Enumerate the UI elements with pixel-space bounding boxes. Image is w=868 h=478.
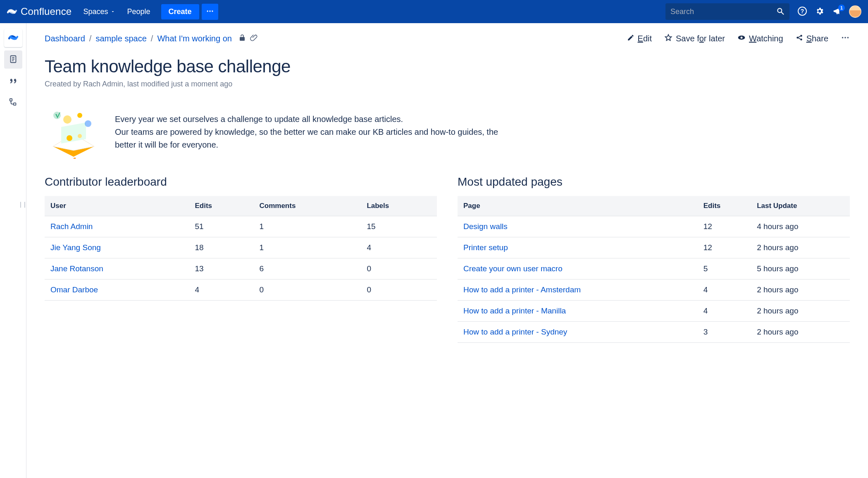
updated-pages-table: Page Edits Last Update Design walls124 h… xyxy=(458,196,850,343)
user-link[interactable]: Omar Darboe xyxy=(50,285,98,294)
svg-point-25 xyxy=(77,113,82,118)
col-edits: Edits xyxy=(698,196,751,216)
create-more-button[interactable] xyxy=(202,4,218,20)
intro-text: Every year we set ourselves a challenge … xyxy=(115,113,508,151)
cell-labels: 15 xyxy=(361,216,437,237)
page-link[interactable]: Design walls xyxy=(463,222,508,231)
cell-edits: 13 xyxy=(189,258,254,280)
sidebar-collapse-handle[interactable]: ❘❘ xyxy=(18,201,26,208)
page-link[interactable]: How to add a printer - Amsterdam xyxy=(463,285,581,294)
space-shortcut[interactable] xyxy=(4,29,22,47)
user-link[interactable]: Jane Rotanson xyxy=(50,264,103,273)
share-icon xyxy=(796,34,803,43)
col-comments: Comments xyxy=(254,196,361,216)
cell-edits: 5 xyxy=(698,258,751,280)
quote-icon xyxy=(9,76,18,86)
search-input[interactable] xyxy=(670,7,776,16)
page-link[interactable]: How to add a printer - Manilla xyxy=(463,306,566,315)
notification-badge: 1 xyxy=(838,5,845,11)
cell-edits: 4 xyxy=(698,280,751,301)
page-icon xyxy=(9,55,18,65)
save-for-later-button[interactable]: Save for later xyxy=(664,33,725,44)
cell-last-update: 2 hours ago xyxy=(751,237,850,258)
svg-point-22 xyxy=(847,37,849,38)
gear-icon xyxy=(815,7,824,17)
svg-point-1 xyxy=(209,10,210,12)
cell-labels: 0 xyxy=(361,258,437,280)
cell-labels: 4 xyxy=(361,237,437,258)
cell-edits: 4 xyxy=(698,301,751,322)
page-actions: Edit Save for later Watching xyxy=(627,33,850,44)
page-link[interactable]: How to add a printer - Sydney xyxy=(463,327,567,336)
nav-people[interactable]: People xyxy=(122,4,155,19)
notifications-button[interactable]: 1 xyxy=(832,6,842,17)
user-link[interactable]: Jie Yang Song xyxy=(50,243,101,252)
updated-pages-section: Most updated pages Page Edits Last Updat… xyxy=(458,175,850,343)
nav-spaces-label: Spaces xyxy=(83,7,108,16)
svg-point-14 xyxy=(740,37,742,39)
col-edits: Edits xyxy=(189,196,254,216)
intro-illustration xyxy=(45,105,103,159)
share-label: Share xyxy=(806,34,828,43)
restrictions-icon[interactable] xyxy=(238,34,246,43)
breadcrumb-space[interactable]: sample space xyxy=(95,34,146,43)
svg-point-16 xyxy=(800,35,802,37)
table-row: Rach Admin51115 xyxy=(45,216,437,237)
search-icon xyxy=(776,7,785,17)
user-link[interactable]: Rach Admin xyxy=(50,222,93,231)
svg-rect-12 xyxy=(13,103,15,105)
nav-spaces[interactable]: Spaces xyxy=(78,4,120,19)
col-labels: Labels xyxy=(361,196,437,216)
eye-filled-icon xyxy=(737,33,746,44)
user-avatar[interactable] xyxy=(849,5,861,18)
settings-button[interactable] xyxy=(814,6,825,17)
create-button[interactable]: Create xyxy=(161,4,199,19)
cell-comments: 1 xyxy=(254,237,361,258)
cell-comments: 6 xyxy=(254,258,361,280)
col-user: User xyxy=(45,196,189,216)
watching-button[interactable]: Watching xyxy=(737,33,783,44)
breadcrumb-dashboard[interactable]: Dashboard xyxy=(45,34,85,43)
product-logo[interactable]: Confluence xyxy=(7,6,72,17)
main-content: Dashboard / sample space / What I'm work… xyxy=(26,23,868,478)
cell-last-update: 2 hours ago xyxy=(751,301,850,322)
cell-edits: 4 xyxy=(189,280,254,301)
nav-people-label: People xyxy=(127,7,150,16)
cell-comments: 0 xyxy=(254,280,361,301)
help-button[interactable]: ? xyxy=(797,6,808,17)
breadcrumb-separator: / xyxy=(151,34,153,43)
breadcrumb-parent[interactable]: What I'm working on xyxy=(157,34,232,43)
top-navigation: Confluence Spaces People Create ? xyxy=(0,0,868,23)
primary-nav: Spaces People Create xyxy=(78,4,218,20)
col-last-update: Last Update xyxy=(751,196,850,216)
breadcrumb-separator: / xyxy=(89,34,92,43)
svg-line-18 xyxy=(798,36,800,37)
page-link[interactable]: Printer setup xyxy=(463,243,508,252)
cell-last-update: 2 hours ago xyxy=(751,322,850,343)
edit-label: Edit xyxy=(638,34,652,43)
page-link[interactable]: Create your own user macro xyxy=(463,264,563,273)
star-icon xyxy=(664,33,672,44)
more-actions-button[interactable] xyxy=(841,33,850,44)
watching-label: Watching xyxy=(749,34,783,43)
cell-last-update: 5 hours ago xyxy=(751,258,850,280)
svg-point-24 xyxy=(63,115,72,124)
ellipsis-icon xyxy=(841,33,850,44)
leaderboard-heading: Contributor leaderboard xyxy=(45,175,437,189)
create-button-label: Create xyxy=(169,7,192,16)
svg-rect-11 xyxy=(10,98,12,101)
tree-nav[interactable] xyxy=(4,93,22,112)
pencil-icon xyxy=(627,34,634,43)
table-row: Jane Rotanson1360 xyxy=(45,258,437,280)
cell-edits: 12 xyxy=(698,237,751,258)
page-title: Team knowledge base challenge xyxy=(45,57,850,76)
cell-edits: 51 xyxy=(189,216,254,237)
attachments-icon[interactable] xyxy=(250,34,258,43)
blog-nav[interactable] xyxy=(4,72,22,90)
confluence-space-icon xyxy=(8,32,19,44)
search-box[interactable] xyxy=(665,3,789,20)
pages-nav[interactable] xyxy=(4,50,22,69)
share-button[interactable]: Share xyxy=(796,34,828,43)
edit-button[interactable]: Edit xyxy=(627,34,652,43)
cell-labels: 0 xyxy=(361,280,437,301)
